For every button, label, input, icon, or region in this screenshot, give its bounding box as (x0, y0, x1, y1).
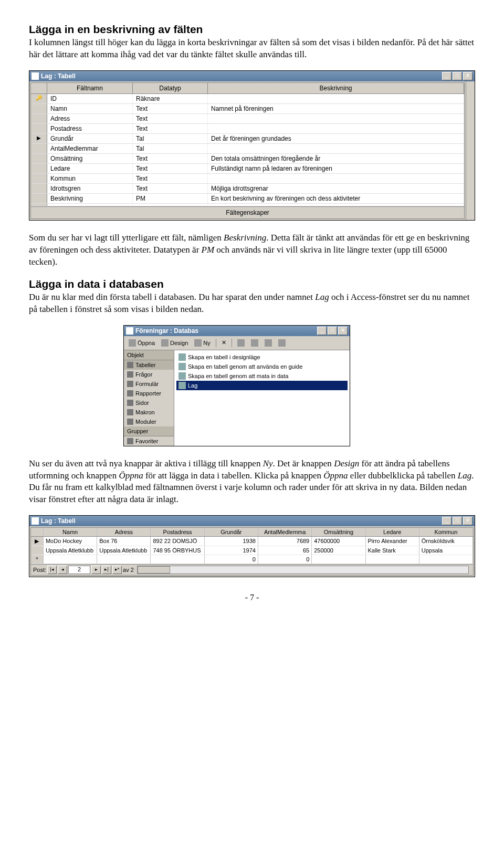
create-option[interactable]: Skapa en tabell genom att mata in data (176, 371, 348, 381)
data-cell[interactable] (44, 555, 97, 564)
data-cell[interactable]: 65 (258, 546, 312, 555)
field-name-cell[interactable]: Namn (47, 104, 133, 113)
object-item[interactable]: Formulär (124, 379, 174, 389)
field-desc-cell[interactable]: Namnet på föreningen (208, 104, 464, 113)
view-large-icon[interactable] (235, 338, 247, 348)
data-row[interactable]: Uppsala AtletklubbUppsala Atletklubb748 … (31, 546, 473, 555)
data-cell[interactable]: 47600000 (312, 537, 365, 546)
data-row[interactable]: *00 (31, 555, 473, 564)
design-row[interactable]: AntalMedlemmar Tal (31, 144, 464, 154)
column-header[interactable]: Namn (44, 528, 97, 536)
data-cell[interactable]: 7689 (258, 537, 312, 546)
table-item-selected[interactable]: Lag (176, 381, 348, 390)
field-type-cell[interactable]: Text (133, 104, 208, 113)
row-selector[interactable] (31, 546, 44, 555)
view-list-icon[interactable] (262, 338, 275, 348)
field-name-cell[interactable]: Idrottsgren (47, 184, 133, 193)
create-option[interactable]: Skapa en tabell i designläge (176, 352, 348, 362)
object-item[interactable]: Sidor (124, 398, 174, 408)
field-type-cell[interactable]: Text (133, 114, 208, 123)
nav-new-button[interactable]: ▸* (112, 566, 122, 574)
minimize-button[interactable]: _ (317, 327, 327, 335)
data-cell[interactable]: 892 22 DOMSJÖ (151, 537, 204, 546)
design-row[interactable]: Postadress Text (31, 124, 464, 134)
row-selector[interactable]: ▶ (31, 134, 47, 143)
ds-titlebar[interactable]: Lag : Tabell _ □ × (29, 516, 475, 526)
row-selector[interactable] (31, 184, 47, 193)
data-cell[interactable]: 1938 (205, 537, 258, 546)
column-header[interactable]: Omsättning (312, 528, 365, 536)
data-cell[interactable]: 0 (205, 555, 258, 564)
design-grid[interactable]: Fältnamn Datatyp Beskrivning 🔑 ID Räknar… (30, 82, 465, 219)
col-header-name[interactable]: Fältnamn (47, 83, 133, 93)
field-name-cell[interactable]: Omsättning (47, 154, 133, 163)
field-desc-cell[interactable]: Det år föreningen grundades (208, 134, 464, 143)
group-item[interactable]: Favoriter (124, 436, 174, 446)
data-cell[interactable] (366, 555, 419, 564)
nav-prev-button[interactable]: ◂ (58, 566, 67, 574)
minimize-button[interactable]: _ (442, 72, 452, 80)
object-item[interactable]: Tabeller (124, 360, 174, 370)
data-cell[interactable]: 0 (258, 555, 312, 564)
data-cell[interactable]: Box 76 (97, 537, 151, 546)
data-cell[interactable]: Pirro Alexander (366, 537, 419, 546)
data-row[interactable]: ▶MoDo HockeyBox 76892 22 DOMSJÖ193876894… (31, 537, 473, 546)
field-desc-cell[interactable] (208, 174, 464, 183)
field-type-cell[interactable]: Räknare (133, 94, 208, 103)
field-desc-cell[interactable] (208, 114, 464, 123)
field-desc-cell[interactable] (208, 144, 464, 153)
close-button[interactable]: × (463, 517, 472, 525)
field-type-cell[interactable]: Text (133, 154, 208, 163)
design-row[interactable]: Ledare Text Fullständigt namn på ledaren… (31, 164, 464, 174)
data-cell[interactable]: Uppsala Atletklubb (97, 546, 151, 555)
horizontal-scrollbar[interactable] (137, 566, 469, 574)
design-row[interactable]: 🔑 ID Räknare (31, 94, 464, 104)
db-titlebar[interactable]: Föreningar : Databas _ □ × (124, 326, 350, 336)
column-header[interactable]: Adress (97, 528, 151, 536)
nav-record-input[interactable]: 2 (68, 566, 90, 574)
maximize-button[interactable]: □ (453, 517, 462, 525)
data-cell[interactable] (97, 555, 151, 564)
design-row[interactable]: ▶ Grundår Tal Det år föreningen grundade… (31, 134, 464, 144)
data-cell[interactable]: 250000 (312, 546, 365, 555)
design-row[interactable]: Idrottsgren Text Möjliga idrottsgrenar (31, 184, 464, 194)
column-header[interactable]: Ledare (366, 528, 419, 536)
nav-first-button[interactable]: |◂ (47, 566, 57, 574)
column-header[interactable]: Grundår (205, 528, 258, 536)
data-cell[interactable] (151, 555, 204, 564)
field-name-cell[interactable]: ID (47, 94, 133, 103)
column-header[interactable]: Postadress (151, 528, 204, 536)
design-button[interactable]: Design (159, 338, 191, 348)
view-small-icon[interactable] (248, 338, 261, 348)
field-desc-cell[interactable]: Fullständigt namn på ledaren av förening… (208, 164, 464, 173)
col-header-desc[interactable]: Beskrivning (208, 83, 464, 93)
object-item[interactable]: Moduler (124, 417, 174, 426)
row-selector[interactable] (31, 194, 47, 203)
close-button[interactable]: × (463, 72, 472, 80)
data-cell[interactable]: Örnsköldsvik (419, 537, 473, 546)
row-selector[interactable] (31, 174, 47, 183)
data-cell[interactable] (419, 555, 473, 564)
object-item[interactable]: Rapporter (124, 389, 174, 398)
design-row[interactable]: Beskrivning PM En kort beskrivning av fö… (31, 194, 464, 204)
design-row[interactable]: Adress Text (31, 114, 464, 124)
minimize-button[interactable]: _ (442, 517, 452, 525)
row-selector[interactable]: * (31, 555, 44, 564)
row-selector[interactable] (31, 154, 47, 163)
row-selector[interactable] (31, 124, 47, 133)
data-cell[interactable]: 1974 (205, 546, 258, 555)
open-button[interactable]: Öppna (126, 338, 158, 348)
data-cell[interactable]: Uppsala (419, 546, 473, 555)
field-desc-cell[interactable] (208, 94, 464, 103)
field-desc-cell[interactable]: En kort beskrivning av föreningen och de… (208, 194, 464, 203)
col-header-type[interactable]: Datatyp (133, 83, 208, 93)
delete-button[interactable]: ✕ (219, 338, 229, 348)
field-name-cell[interactable]: Adress (47, 114, 133, 123)
field-type-cell[interactable]: Text (133, 124, 208, 133)
field-name-cell[interactable] (47, 204, 133, 206)
object-item[interactable]: Makron (124, 408, 174, 417)
field-name-cell[interactable]: Grundår (47, 134, 133, 143)
nav-last-button[interactable]: ▸| (102, 566, 111, 574)
field-name-cell[interactable]: Ledare (47, 164, 133, 173)
nav-next-button[interactable]: ▸ (91, 566, 101, 574)
